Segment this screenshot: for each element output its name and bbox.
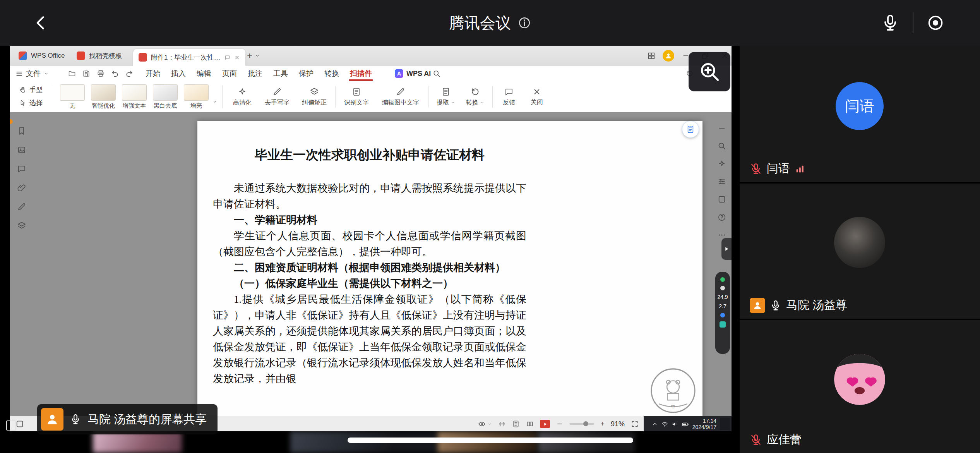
- bookmark-icon[interactable]: [17, 126, 26, 136]
- dock-square-icon[interactable]: [6, 420, 16, 431]
- battery-icon: [682, 420, 689, 428]
- tab-comment-icon: [224, 55, 230, 60]
- status-square-teal: [720, 321, 726, 328]
- file-menu[interactable]: 文件: [15, 66, 49, 81]
- tool-extract[interactable]: 提取: [431, 83, 461, 111]
- rail-settings-icon[interactable]: [718, 177, 726, 186]
- doc-logo-icon: [139, 53, 147, 62]
- participant-tile-1[interactable]: 闫语 闫语: [740, 46, 980, 182]
- filter-smart-enhance[interactable]: 智能优化: [88, 84, 118, 110]
- tool-deskew[interactable]: 纠偏矫正: [296, 83, 333, 111]
- layers-panel-icon[interactable]: [17, 221, 26, 230]
- account-avatar[interactable]: [663, 50, 674, 62]
- menu-item-edit[interactable]: 编辑: [191, 66, 217, 81]
- menu-item-scan[interactable]: 扫描件: [344, 66, 377, 81]
- redo-icon[interactable]: [125, 70, 133, 77]
- topbar-divider: [913, 12, 913, 33]
- slideshow-button[interactable]: [540, 420, 550, 428]
- microphone-icon[interactable]: [881, 14, 899, 32]
- annotate-pen-icon[interactable]: [17, 202, 26, 211]
- zoom-slider-knob[interactable]: [583, 421, 588, 426]
- document-page[interactable]: 毕业生一次性求职创业补贴申请佐证材料 未通过系统大数据校验比对的，申请人需按照系…: [197, 121, 702, 416]
- edit-text-icon: [396, 87, 405, 96]
- mic-muted-icon: [750, 163, 762, 175]
- fit-width-icon[interactable]: [498, 420, 506, 428]
- comment-panel-icon[interactable]: [17, 164, 26, 173]
- multi-page-icon[interactable]: [526, 420, 534, 428]
- zoom-level[interactable]: 91%: [611, 420, 625, 428]
- wifi-icon[interactable]: [661, 421, 668, 427]
- save-icon[interactable]: [82, 70, 90, 77]
- ocr-icon: [352, 87, 361, 96]
- rail-panel-icon[interactable]: [718, 195, 726, 204]
- tray-chevron-icon[interactable]: [652, 421, 658, 427]
- filter-thumbnail: [91, 84, 116, 101]
- extract-icon: [441, 87, 451, 96]
- rail-help-icon[interactable]: [718, 213, 726, 221]
- action-center-button[interactable]: [720, 418, 730, 430]
- menu-item-home[interactable]: 开始: [140, 66, 166, 81]
- tool-ocr[interactable]: 识别文字: [338, 83, 375, 111]
- rail-search-icon[interactable]: [718, 142, 726, 150]
- rail-sparkle-icon[interactable]: [718, 160, 726, 168]
- meeting-window: 腾讯会议 WPS Office 找稻壳模板 附件1：毕业生一次性求职创...: [0, 0, 980, 453]
- menu-item-convert[interactable]: 转换: [319, 66, 344, 81]
- new-tab-caret-icon[interactable]: [255, 53, 260, 58]
- menu-item-insert[interactable]: 插入: [166, 66, 191, 81]
- tool-convert[interactable]: 转换: [461, 83, 490, 111]
- video-thumbnail[interactable]: [93, 431, 182, 453]
- cloud-doc-badge[interactable]: [682, 121, 699, 138]
- tool-hd[interactable]: 高清化: [226, 83, 259, 111]
- filter-bw[interactable]: 黑白去底: [150, 84, 180, 110]
- fullscreen-icon[interactable]: [631, 420, 639, 428]
- filter-enhance-text[interactable]: 增强文本: [119, 84, 149, 110]
- menu-item-page[interactable]: 页面: [217, 66, 242, 81]
- tool-remove-handwriting[interactable]: 去手写字: [259, 83, 296, 111]
- meeting-info-icon[interactable]: [518, 16, 531, 29]
- print-icon[interactable]: [97, 70, 105, 77]
- attachment-icon[interactable]: [17, 183, 26, 192]
- image-panel-icon[interactable]: [17, 145, 26, 154]
- wps-ai-icon: A: [395, 69, 403, 78]
- taskbar-clock[interactable]: 17:14 2024/9/17: [692, 418, 716, 430]
- filters-caret-icon[interactable]: [212, 99, 218, 105]
- tool-close-scan[interactable]: 关闭: [523, 83, 551, 111]
- hand-tool-button[interactable]: 手型: [19, 85, 43, 94]
- participant-tile-2[interactable]: 马院 汤益尊: [740, 184, 980, 319]
- gallery-scrollbar[interactable]: [348, 438, 633, 443]
- layout-switch-icon[interactable]: [647, 51, 656, 60]
- filter-brighten[interactable]: 增亮: [181, 84, 211, 110]
- menu-search-icon[interactable]: [433, 70, 440, 77]
- zoom-slider[interactable]: [569, 423, 594, 425]
- new-tab-button[interactable]: +: [247, 51, 252, 60]
- tool-edit-image-text[interactable]: 编辑图中文字: [375, 83, 426, 111]
- board-icon[interactable]: [15, 420, 24, 428]
- menu-item-protect[interactable]: 保护: [293, 66, 319, 81]
- wps-ai-button[interactable]: A WPS AI: [395, 66, 431, 81]
- eraser-icon: [272, 87, 282, 96]
- single-page-icon[interactable]: [512, 420, 520, 428]
- zoom-out-icon[interactable]: [556, 420, 563, 427]
- participant-tile-3[interactable]: 应佳蕾: [740, 320, 980, 453]
- tab-wps-office[interactable]: WPS Office: [13, 46, 70, 66]
- speaker-icon[interactable]: [672, 421, 678, 427]
- open-folder-icon[interactable]: [68, 70, 76, 77]
- network-monitor-widget[interactable]: 24.9 2.7: [715, 272, 730, 354]
- tab-docer-templates[interactable]: 找稻壳模板: [71, 46, 127, 66]
- toolbar-separator: [335, 86, 336, 108]
- avatar-cartoon: [834, 354, 885, 405]
- select-tool-button[interactable]: 选择: [19, 98, 43, 107]
- zoom-magnifier-button[interactable]: [689, 52, 730, 91]
- collapse-rail-icon[interactable]: [718, 124, 726, 132]
- filter-none[interactable]: 无: [57, 84, 87, 110]
- record-icon[interactable]: [927, 14, 944, 32]
- panel-expand-handle[interactable]: [721, 238, 732, 260]
- tab-close-icon[interactable]: [234, 55, 240, 60]
- menu-item-tools[interactable]: 工具: [268, 66, 293, 81]
- undo-icon[interactable]: [111, 70, 119, 77]
- menu-item-comment[interactable]: 批注: [242, 66, 268, 81]
- view-mode-button[interactable]: [478, 420, 492, 428]
- tool-feedback[interactable]: 反馈: [495, 83, 523, 111]
- tab-attachment-doc[interactable]: 附件1：毕业生一次性求职创...: [133, 49, 245, 66]
- zoom-in-icon[interactable]: +: [600, 420, 605, 427]
